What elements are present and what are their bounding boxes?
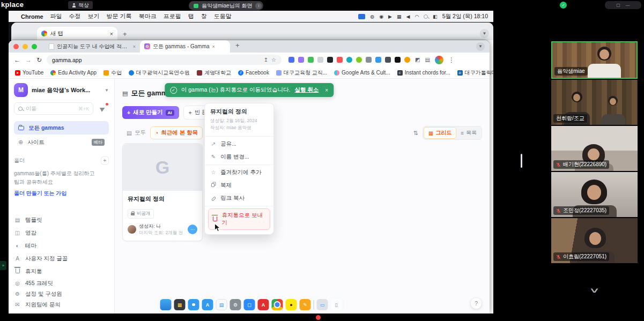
close-tab-icon[interactable]: × <box>110 31 113 37</box>
chat-status-icon[interactable]: ◍ <box>370 14 374 19</box>
tab-gamma[interactable]: G 모든 gammas - Gamma × <box>140 40 230 53</box>
menu-help[interactable]: 도움말 <box>214 12 232 20</box>
spotlight-icon[interactable] <box>424 14 428 19</box>
dock-display-icon[interactable]: ▭ <box>317 299 328 310</box>
sidepanel-icon[interactable]: ▤ <box>425 57 430 63</box>
add-tab-button[interactable]: + <box>123 30 127 38</box>
create-folder-link[interactable]: 폴더 만들기 또는 가입 <box>14 189 109 198</box>
participant-video[interactable]: 배기현(22226890) <box>551 126 638 171</box>
search-input[interactable]: 이동 ⌘+K <box>14 102 93 115</box>
extension-icon[interactable] <box>308 57 314 63</box>
minimize-window-button[interactable] <box>23 44 28 49</box>
record-status-icon[interactable]: ◉ <box>379 14 383 19</box>
tab-ai-tools[interactable]: 인공지능 도구 내 수업에 적용하기 × <box>45 40 140 53</box>
gamma-card[interactable]: G 뮤지컬의 정의 비공개 생성자: 나 마지막 조회: 2개월 전 ⋯ <box>122 143 203 241</box>
bookmark-keimyung[interactable]: 계명대학교 <box>197 69 231 77</box>
expand-panel-toggle[interactable]: » <box>0 261 6 270</box>
extension-icon[interactable] <box>375 57 381 63</box>
tab-search-icon[interactable]: ▼ <box>476 42 485 51</box>
sidebar-item-all-gammas[interactable]: 모든 gammas <box>14 121 109 135</box>
dock-acrobat-icon[interactable]: A <box>258 299 269 310</box>
sidebar-item-custom-fonts[interactable]: A사용자 지정 글꼴 <box>14 252 109 265</box>
extension-icon[interactable] <box>385 57 391 63</box>
extension-icon[interactable] <box>317 57 323 63</box>
dock-notes-icon[interactable]: ✎ <box>300 299 311 310</box>
back-icon[interactable]: ← <box>14 56 20 64</box>
sidebar-item-sites[interactable]: ⊕ 사이트 베타 <box>14 136 109 149</box>
reload-icon[interactable]: ↻ <box>36 56 42 64</box>
share-icon[interactable]: ↥ <box>264 57 268 63</box>
menu-profiles[interactable]: 프로필 <box>164 12 181 20</box>
overlay-window-controls[interactable]: ▢ — <box>605 1 641 9</box>
menu-bookmarks[interactable]: 북마크 <box>139 12 157 20</box>
create-new-ai-button[interactable]: + 새로 만들기 AI <box>122 106 179 119</box>
bookmark-star-icon[interactable]: ☆ <box>271 57 276 63</box>
keyboard-icon[interactable]: ▦ <box>397 14 402 19</box>
participant-video[interactable]: 음악샘miae <box>551 41 638 79</box>
settings-members-button[interactable]: ⚙설정 및 구성원 <box>14 289 109 300</box>
info-icon[interactable]: i <box>255 3 262 9</box>
dock-chrome-icon[interactable] <box>272 299 283 310</box>
profile-avatar[interactable] <box>435 56 443 64</box>
zoom-window-button[interactable] <box>32 44 37 49</box>
app-menu[interactable]: Chrome <box>21 13 43 20</box>
extension-icon[interactable] <box>298 57 304 63</box>
extension-icon[interactable] <box>404 57 410 63</box>
bookmark-google-arts[interactable]: Google Arts & Cult... <box>334 70 390 76</box>
dock-zoom-icon[interactable]: ◻ <box>244 299 255 310</box>
bookmark-instant-chords[interactable]: Instant chords for... <box>397 70 450 76</box>
control-center-icon[interactable]: ◧ <box>433 14 438 19</box>
wifi-icon[interactable]: ◠ <box>414 14 419 19</box>
dock-safari-icon[interactable] <box>188 299 199 310</box>
dock-launchpad-icon[interactable]: ▦ <box>174 299 186 310</box>
bookmark-daegu-catholic[interactable]: 대구가톨릭대학교 교... <box>457 69 493 77</box>
extensions-puzzle-icon[interactable]: ◩ <box>415 57 420 63</box>
sidebar-item-trash[interactable]: 휴지통 <box>14 265 109 278</box>
dock-trash-icon[interactable]: ▯ <box>331 299 342 310</box>
credits-button[interactable]: ◎455 크레딧 <box>14 278 109 289</box>
dock-kakaotalk-icon[interactable]: ● <box>286 299 297 310</box>
dock-books-icon[interactable]: ▤ <box>216 299 227 310</box>
dock-finder-icon[interactable] <box>160 299 172 310</box>
menu-item-copy-link[interactable]: 링크 복사 <box>205 192 273 205</box>
menu-tab[interactable]: 탭 <box>188 12 194 20</box>
room-pill[interactable]: 책상 <box>68 1 93 9</box>
feedback-button[interactable]: ▶ <box>97 102 109 115</box>
bookmark-edu-activity[interactable]: Edu Activity App <box>50 70 97 76</box>
menu-item-duplicate[interactable]: 복제 <box>205 179 273 192</box>
menubar-clock[interactable]: 5월 2일 (목) 18:10 <box>442 13 488 20</box>
play-status-icon[interactable]: ▶ <box>388 14 392 19</box>
panel-resize-handle[interactable] <box>521 154 522 168</box>
bookmark-daegu-edu[interactable]: 대구광역시교육연수원 <box>129 69 190 77</box>
menu-file[interactable]: 파일 <box>50 12 62 20</box>
collaborator-avatar[interactable]: ⋯ <box>188 225 197 234</box>
dock-app-store-icon[interactable]: A <box>202 299 213 310</box>
extension-icon[interactable] <box>366 57 372 63</box>
browser-menu-icon[interactable]: ⋮ <box>448 56 455 64</box>
bookmark-daegu-office[interactable]: 대구교육청 교직... <box>276 69 327 77</box>
layout-icon[interactable]: ▢ <box>616 3 620 8</box>
filter-tab-recent[interactable]: ◔최근에 본 항목 <box>150 126 203 139</box>
volume-icon[interactable]: ◀ <box>406 14 410 19</box>
dock-settings-icon[interactable]: ⚙ <box>230 299 241 310</box>
add-tab-button[interactable]: + <box>235 41 240 49</box>
collapse-participants-chevron[interactable]: ∨ <box>499 286 644 294</box>
address-bar[interactable]: gamma.app ↥ ☆ <box>47 55 282 65</box>
extension-icon[interactable] <box>337 57 343 63</box>
menu-window[interactable]: 창 <box>201 12 207 20</box>
sidebar-item-themes[interactable]: ◐테마 <box>14 240 109 252</box>
tab-search-icon[interactable]: ▼ <box>480 29 489 38</box>
add-folder-button[interactable]: + <box>101 156 109 165</box>
extension-icon[interactable] <box>346 57 352 63</box>
screen-recording-icon[interactable] <box>358 14 365 19</box>
extension-icon[interactable] <box>288 57 294 63</box>
workspace-switcher[interactable]: M miae 음악샘's Work... ▼ <box>14 83 109 97</box>
bookmark-facebook[interactable]: Facebook <box>238 70 269 76</box>
menu-view[interactable]: 보기 <box>88 12 100 20</box>
bookmark-youtube[interactable]: YouTube <box>15 70 43 76</box>
menu-history[interactable]: 방문 기록 <box>107 12 132 20</box>
menu-edit[interactable]: 수정 <box>69 12 81 20</box>
filter-tab-all[interactable]: ▤모두 <box>122 127 150 139</box>
participant-video[interactable]: 조민정(22227035) <box>551 172 638 217</box>
connection-status-icon[interactable]: ✓ <box>560 2 567 9</box>
